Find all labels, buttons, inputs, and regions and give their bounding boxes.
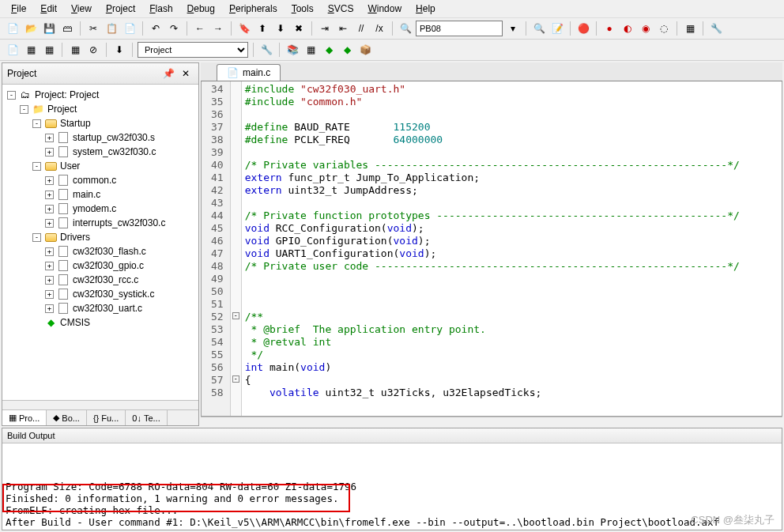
tree-expand-icon[interactable]: + <box>45 205 54 213</box>
tree-node[interactable]: ◆CMSIS <box>2 315 198 330</box>
tree-node[interactable]: +cw32f030_uart.c <box>2 301 198 315</box>
tree-expand-icon[interactable]: + <box>45 191 54 199</box>
uncomment-icon[interactable]: /x <box>371 21 387 36</box>
nav-back-icon[interactable]: ← <box>192 21 208 36</box>
comment-icon[interactable]: // <box>353 21 369 36</box>
pack-icon[interactable]: ◆ <box>321 42 337 58</box>
close-icon[interactable]: ✕ <box>178 66 194 81</box>
tree-expand-icon[interactable]: + <box>45 176 54 185</box>
bookmark-icon[interactable]: 🔖 <box>236 21 252 36</box>
undo-icon[interactable]: ↶ <box>148 21 164 36</box>
menu-project[interactable]: Project <box>100 2 141 16</box>
tree-expand-icon[interactable]: + <box>45 290 54 299</box>
save-all-icon[interactable]: 🗃 <box>59 21 75 36</box>
cut-icon[interactable]: ✂ <box>85 21 101 36</box>
breakpoint-clear-icon[interactable]: ◌ <box>656 21 672 36</box>
tab-project[interactable]: ▦ Pro... <box>2 410 47 425</box>
tree-node[interactable]: +ymodem.c <box>2 202 198 216</box>
manage-icon[interactable]: 📚 <box>285 42 300 58</box>
project-tree[interactable]: -🗂Project: Project-📁Project-Startup+star… <box>2 85 198 400</box>
tree-expand-icon[interactable]: - <box>32 233 41 242</box>
tab-functions[interactable]: {} Fu... <box>87 410 126 425</box>
tree-node[interactable]: -🗂Project: Project <box>2 88 198 102</box>
menu-tools[interactable]: Tools <box>285 2 320 16</box>
menu-svcs[interactable]: SVCS <box>322 2 360 16</box>
tab-templates[interactable]: 0↓ Te... <box>126 410 167 425</box>
target-options-icon[interactable]: 🔧 <box>258 42 274 58</box>
tree-node[interactable]: +cw32f030_rcc.c <box>2 273 198 287</box>
breakpoint-icon[interactable]: ● <box>601 21 617 36</box>
copy-icon[interactable]: 📋 <box>104 21 119 36</box>
fold-icon[interactable]: - <box>232 312 239 319</box>
tree-expand-icon[interactable]: + <box>45 276 54 285</box>
bookmark-prev-icon[interactable]: ⬆ <box>254 21 270 36</box>
translate-icon[interactable]: 📄 <box>5 42 21 58</box>
debug-start-icon[interactable]: 🔴 <box>575 21 591 36</box>
build-output-text[interactable]: Program Size: Code=6788 RO-data=804 RW-d… <box>2 443 782 530</box>
build-icon[interactable]: ▦ <box>23 42 39 58</box>
menu-edit[interactable]: Edit <box>34 2 63 16</box>
rebuild-icon[interactable]: ▦ <box>41 42 57 58</box>
paste-icon[interactable]: 📄 <box>122 21 138 36</box>
tree-expand-icon[interactable]: + <box>45 134 54 142</box>
tree-expand-icon[interactable]: - <box>32 162 41 171</box>
tree-node[interactable]: -User <box>2 159 198 173</box>
target-select[interactable]: Project <box>138 42 248 58</box>
tree-node[interactable]: +cw32f030_systick.c <box>2 287 198 301</box>
tree-node[interactable]: -Drivers <box>2 230 198 244</box>
bookmark-next-icon[interactable]: ⬇ <box>273 21 288 36</box>
menu-file[interactable]: File <box>5 2 32 16</box>
find-combo[interactable] <box>416 21 503 36</box>
tree-node[interactable]: +cw32f030_gpio.c <box>2 258 198 273</box>
tree-expand-icon[interactable]: - <box>7 91 16 100</box>
pin-icon[interactable]: 📌 <box>160 66 176 81</box>
tree-node[interactable]: +startup_cw32f030.s <box>2 130 198 145</box>
menu-window[interactable]: Window <box>361 2 408 16</box>
indent-out-icon[interactable]: ⇤ <box>335 21 351 36</box>
tree-node[interactable]: +interrupts_cw32f030.c <box>2 216 198 230</box>
tree-node[interactable]: +main.c <box>2 187 198 202</box>
tree-node[interactable]: -Startup <box>2 116 198 130</box>
tree-node[interactable]: +system_cw32f030.c <box>2 145 198 159</box>
menu-flash[interactable]: Flash <box>143 2 179 16</box>
tree-expand-icon[interactable]: + <box>45 148 54 157</box>
tree-expand-icon[interactable]: - <box>20 105 28 114</box>
code-editor[interactable]: 3435363738394041424344454647484950515253… <box>201 81 782 417</box>
tree-expand-icon[interactable]: - <box>32 119 41 128</box>
open-file-icon[interactable]: 📂 <box>23 21 39 36</box>
tree-node[interactable]: +common.c <box>2 173 198 187</box>
download-icon[interactable]: ⬇ <box>111 42 127 58</box>
find-icon[interactable]: 🔍 <box>398 21 413 36</box>
tree-expand-icon[interactable]: + <box>45 304 54 313</box>
batch-build-icon[interactable]: ▦ <box>67 42 83 58</box>
menu-view[interactable]: View <box>65 2 98 16</box>
stop-build-icon[interactable]: ⊘ <box>85 42 101 58</box>
tree-expand-icon[interactable]: + <box>45 247 54 256</box>
find-drop-icon[interactable]: ▾ <box>505 21 521 36</box>
menu-debug[interactable]: Debug <box>181 2 221 16</box>
breakpoint2-icon[interactable]: ◐ <box>620 21 635 36</box>
manage2-icon[interactable]: ▦ <box>303 42 318 58</box>
tree-node[interactable]: -📁Project <box>2 102 198 116</box>
tree-expand-icon[interactable]: + <box>45 262 54 270</box>
pack2-icon[interactable]: ◆ <box>339 42 355 58</box>
new-file-icon[interactable]: 📄 <box>5 21 21 36</box>
bookmark-clear-icon[interactable]: ✖ <box>291 21 307 36</box>
debug-icon[interactable]: 🔍 <box>531 21 547 36</box>
menu-help[interactable]: Help <box>409 2 442 16</box>
nav-fwd-icon[interactable]: → <box>210 21 226 36</box>
fold-icon[interactable]: - <box>232 375 239 383</box>
save-icon[interactable]: 💾 <box>41 21 57 36</box>
tree-node[interactable]: +cw32f030_flash.c <box>2 244 198 258</box>
breakpoint3-icon[interactable]: ◉ <box>638 21 654 36</box>
menu-peripherals[interactable]: Peripherals <box>223 2 284 16</box>
window-icon[interactable]: ▦ <box>682 21 698 36</box>
indent-in-icon[interactable]: ⇥ <box>317 21 333 36</box>
redo-icon[interactable]: ↷ <box>166 21 182 36</box>
config-icon[interactable]: 🔧 <box>708 21 724 36</box>
tree-expand-icon[interactable]: + <box>45 219 54 228</box>
editor-tab-main[interactable]: 📄 main.c <box>217 64 281 81</box>
insert-icon[interactable]: 📝 <box>549 21 565 36</box>
manage3-icon[interactable]: 📦 <box>357 42 373 58</box>
tab-books[interactable]: ◆ Bo... <box>47 410 87 425</box>
